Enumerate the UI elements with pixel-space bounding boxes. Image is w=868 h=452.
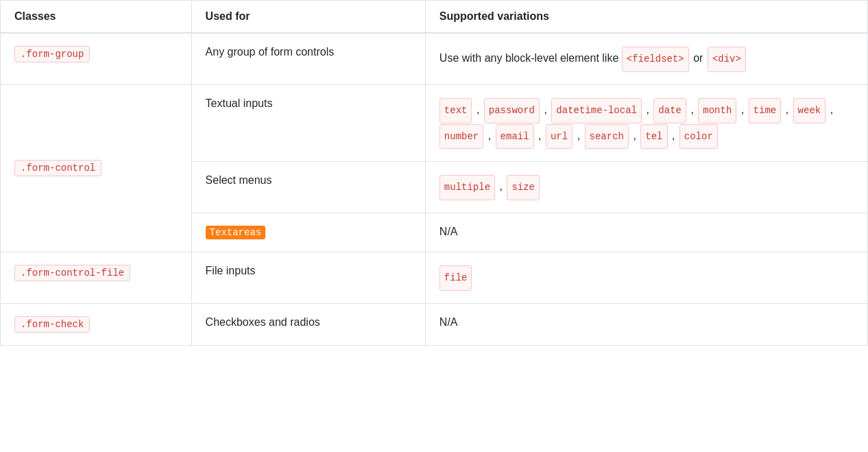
class-badge-form-check: .form-check [14, 316, 90, 333]
table-row: .form-group Any group of form controls U… [1, 33, 867, 84]
class-cell-form-check: .form-check [1, 303, 191, 345]
code-time: time [749, 98, 782, 123]
code-number: number [439, 124, 483, 150]
class-badge-form-group: .form-group [14, 46, 90, 62]
variations-checkboxes: N/A [425, 303, 867, 345]
class-cell-form-control: .form-control [1, 84, 191, 252]
used-for-text: Any group of form controls [206, 46, 335, 58]
separator-or: or [693, 52, 706, 64]
variations-file: file [425, 252, 867, 304]
class-badge-form-control: .form-control [14, 160, 101, 176]
used-for-checkboxes: Checkboxes and radios [191, 303, 425, 345]
used-for-text: Select menus [206, 174, 272, 186]
na-text-checkboxes: N/A [439, 316, 458, 328]
variations-textareas: N/A [425, 213, 867, 252]
table-row: .form-control-file File inputs file [1, 252, 867, 304]
code-week: week [793, 98, 826, 123]
code-url: url [546, 124, 572, 150]
variations-cell: Use with any block-level element like <f… [425, 33, 867, 84]
used-for-text: File inputs [206, 265, 256, 276]
class-cell-form-control-file: .form-control-file [1, 252, 191, 304]
header-used-for: Used for [191, 1, 425, 33]
code-div: <div> [708, 47, 746, 72]
main-table-container: Classes Used for Supported variations .f… [0, 0, 868, 346]
used-for-textareas: Textareas [191, 213, 425, 252]
header-classes: Classes [1, 1, 191, 33]
code-fieldset: <fieldset> [622, 47, 689, 72]
code-datetime-local: datetime-local [551, 98, 642, 123]
code-date: date [653, 98, 686, 123]
class-cell: .form-group [1, 33, 191, 84]
used-for-cell: Any group of form controls [191, 33, 425, 84]
code-tel: tel [640, 124, 667, 150]
classes-table: Classes Used for Supported variations .f… [1, 1, 867, 345]
variations-select: multiple , size [425, 162, 867, 213]
code-multiple: multiple [439, 175, 495, 200]
used-for-text: Textual inputs [206, 97, 273, 109]
used-for-text: Checkboxes and radios [206, 316, 320, 328]
code-color: color [679, 124, 718, 150]
na-text-textareas: N/A [439, 226, 458, 237]
variation-prefix-text: Use with any block-level element like [439, 52, 622, 64]
code-month: month [698, 98, 736, 123]
code-email: email [496, 124, 534, 150]
code-search: search [585, 124, 629, 150]
code-file: file [439, 265, 472, 291]
used-for-select: Select menus [191, 162, 425, 213]
code-password: password [484, 98, 540, 123]
used-for-textual: Textual inputs [191, 84, 425, 162]
class-badge-form-control-file: .form-control-file [14, 265, 130, 281]
table-row: .form-control Textual inputs text , pass… [1, 84, 867, 162]
header-variations: Supported variations [425, 1, 867, 33]
used-for-file: File inputs [191, 252, 425, 304]
code-text: text [439, 98, 472, 123]
table-row: .form-check Checkboxes and radios N/A [1, 303, 867, 345]
code-size: size [507, 175, 540, 200]
variations-textual: text , password , datetime-local , date … [425, 84, 867, 162]
code-textareas-highlighted: Textareas [206, 226, 266, 239]
